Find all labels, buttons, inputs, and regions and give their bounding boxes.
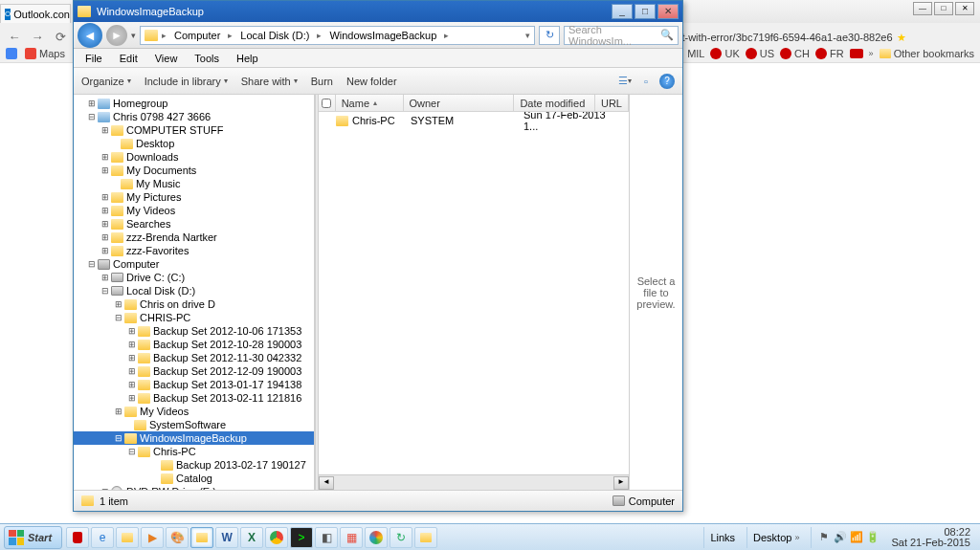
nav-forward-button[interactable]: ► [106, 25, 127, 46]
task-app1[interactable]: ◧ [315, 527, 338, 548]
refresh-button[interactable]: ↻ [539, 26, 560, 45]
nav-dropdown[interactable]: ▾ [131, 31, 136, 40]
task-app4[interactable]: ↻ [390, 527, 412, 548]
tree-bs1[interactable]: ⊞Backup Set 2012-10-06 171353 [74, 324, 314, 338]
bm-youtube[interactable] [850, 49, 863, 58]
tree-bs6[interactable]: ⊞Backup Set 2013-02-11 121816 [74, 391, 314, 405]
tree-homegroup[interactable]: ⊞Homegroup [74, 97, 314, 110]
bookmark-google[interactable] [6, 48, 17, 59]
show-desktop[interactable]: Desktop » [746, 527, 805, 548]
crumb-windowsimagebackup[interactable]: WindowsImageBackup [325, 30, 440, 41]
search-box[interactable]: Search WindowsIm... 🔍 [564, 26, 679, 45]
horizontal-scrollbar[interactable]: ◄ ► [319, 474, 629, 490]
minimize-button[interactable]: _ [612, 4, 633, 19]
tree-chris-pc2[interactable]: ⊟Chris-PC [74, 445, 314, 458]
tree-chris-on-d[interactable]: ⊞Chris on drive D [74, 297, 314, 311]
scroll-left-button[interactable]: ◄ [319, 476, 334, 490]
bm-fr[interactable]: FR [815, 48, 844, 59]
view-options-button[interactable]: ☰ ▾ [617, 74, 633, 89]
task-excel[interactable]: X [240, 527, 263, 548]
tray-volume-icon[interactable]: 🔊 [834, 531, 847, 544]
tree-backup-2013[interactable]: Backup 2013-02-17 190127 [74, 458, 314, 472]
browser-tab-outlook[interactable]: O Outlook.con [0, 4, 71, 23]
preview-pane-button[interactable]: ▫ [638, 74, 654, 89]
task-app5[interactable] [414, 527, 437, 548]
col-date[interactable]: Date modified [514, 95, 595, 111]
toolbar-include[interactable]: Include in library▾ [145, 76, 228, 87]
menu-help[interactable]: Help [229, 51, 266, 66]
menu-file[interactable]: File [78, 51, 110, 66]
tree-desktop[interactable]: Desktop [74, 137, 314, 150]
task-app3[interactable] [365, 527, 388, 548]
bm-uk[interactable]: UK [710, 48, 739, 59]
address-dropdown[interactable]: ▾ [525, 31, 530, 40]
bm-ch[interactable]: CH [780, 48, 810, 59]
nav-back-button[interactable]: ◄ [78, 23, 102, 48]
task-ie[interactable]: e [91, 527, 114, 548]
tree-systemsoftware[interactable]: SystemSoftware [74, 418, 314, 431]
address-bar[interactable]: ▸ Computer ▸ Local Disk (D:) ▸ WindowsIm… [140, 26, 535, 45]
tree-zzz-brenda[interactable]: ⊞zzz-Brenda Nartker [74, 231, 314, 244]
select-all-checkbox[interactable] [319, 95, 336, 111]
tree-drive-c[interactable]: ⊞Drive C: (C:) [74, 271, 314, 284]
browser-minimize-button[interactable]: — [913, 2, 932, 15]
tree-user-chris[interactable]: ⊟Chris 0798 427 3666 [74, 110, 314, 123]
folder-tree[interactable]: ⊞Homegroup ⊟Chris 0798 427 3666 ⊞COMPUTE… [74, 95, 315, 490]
tree-myvideos[interactable]: ⊞My Videos [74, 204, 314, 217]
tree-chris-pc[interactable]: ⊟CHRIS-PC [74, 311, 314, 324]
other-bookmarks[interactable]: Other bookmarks [880, 48, 974, 59]
menu-view[interactable]: View [147, 51, 186, 66]
task-app2[interactable]: ▦ [340, 527, 363, 548]
bm-us[interactable]: US [746, 48, 774, 59]
list-item[interactable]: Chris-PC SYSTEM Sun 17-Feb-2013 1... [319, 112, 629, 129]
task-explorer[interactable] [190, 527, 213, 548]
task-libraries[interactable] [116, 527, 139, 548]
browser-close-button[interactable]: ✕ [955, 2, 974, 15]
toolbar-share[interactable]: Share with▾ [241, 76, 298, 87]
tree-mypictures[interactable]: ⊞My Pictures [74, 190, 314, 204]
tree-catalog[interactable]: Catalog [74, 472, 314, 485]
bookmark-maps[interactable]: Maps [25, 48, 65, 59]
task-media[interactable]: ▶ [141, 527, 164, 548]
tree-computer-stuff[interactable]: ⊞COMPUTER STUFF [74, 123, 314, 137]
scroll-right-button[interactable]: ► [613, 476, 629, 490]
menu-edit[interactable]: Edit [112, 51, 145, 66]
bookmark-overflow[interactable]: » [869, 49, 874, 58]
task-paint[interactable]: 🎨 [166, 527, 189, 548]
tree-bs3[interactable]: ⊞Backup Set 2012-11-30 042332 [74, 351, 314, 364]
menu-tools[interactable]: Tools [187, 51, 227, 66]
tray-flag-icon[interactable]: ⚑ [817, 531, 831, 544]
toolbar-organize[interactable]: Organize▾ [81, 76, 131, 87]
col-url[interactable]: URL [595, 95, 629, 111]
col-name[interactable]: Name ▴ [336, 95, 404, 111]
tree-local-disk-d[interactable]: ⊟Local Disk (D:) [74, 284, 314, 297]
system-clock[interactable]: 08:22 Sat 21-Feb-2015 [891, 527, 976, 548]
tree-windowsimagebackup[interactable]: ⊟WindowsImageBackup [74, 431, 314, 445]
crumb-local-disk[interactable]: Local Disk (D:) [236, 30, 313, 41]
tree-bs2[interactable]: ⊞Backup Set 2012-10-28 190003 [74, 338, 314, 351]
tree-downloads[interactable]: ⊞Downloads [74, 150, 314, 164]
tree-mymusic[interactable]: My Music [74, 177, 314, 190]
start-button[interactable]: Start [4, 526, 62, 549]
tree-searches[interactable]: ⊞Searches [74, 217, 314, 231]
tree-bs5[interactable]: ⊞Backup Set 2013-01-17 194138 [74, 378, 314, 391]
star-icon[interactable]: ★ [897, 32, 906, 44]
title-bar[interactable]: WindowsImageBackup _ □ ✕ [74, 1, 682, 22]
tray-links[interactable]: Links [703, 527, 741, 548]
tray-power-icon[interactable]: 🔋 [866, 531, 880, 544]
crumb-computer[interactable]: Computer [170, 30, 224, 41]
task-mcafee[interactable] [66, 527, 89, 548]
tree-computer[interactable]: ⊟Computer [74, 257, 314, 271]
tree-bs4[interactable]: ⊞Backup Set 2012-12-09 190003 [74, 364, 314, 378]
tree-myvideos2[interactable]: ⊞My Videos [74, 405, 314, 418]
tree-mydocuments[interactable]: ⊞My Documents [74, 164, 314, 177]
tray-network-icon[interactable]: 📶 [850, 531, 863, 544]
task-chrome[interactable] [265, 527, 288, 548]
tree-zzz-favorites[interactable]: ⊞zzz-Favorites [74, 244, 314, 257]
toolbar-newfolder[interactable]: New folder [346, 76, 397, 87]
maximize-button[interactable]: □ [635, 4, 656, 19]
list-body[interactable]: Chris-PC SYSTEM Sun 17-Feb-2013 1... [319, 112, 629, 474]
help-button[interactable]: ? [659, 74, 675, 89]
task-cmd[interactable]: > [290, 527, 313, 548]
close-button[interactable]: ✕ [657, 4, 679, 19]
